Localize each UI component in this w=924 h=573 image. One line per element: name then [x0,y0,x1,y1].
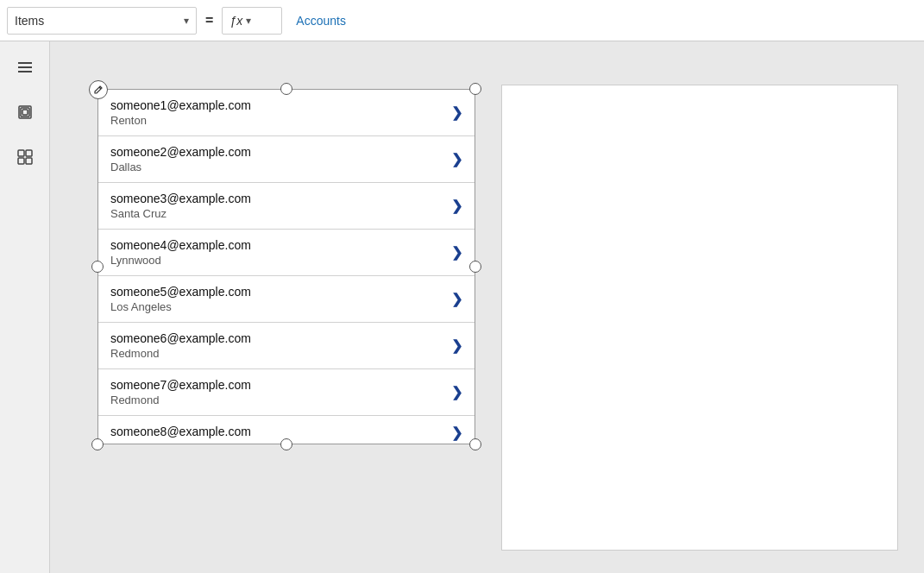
sidebar [0,41,50,573]
fx-label: ƒx [229,14,242,28]
svg-rect-8 [18,158,24,164]
list-item[interactable]: someone2@example.com Dallas ❯ [98,136,475,183]
list-item[interactable]: someone4@example.com Lynnwood ❯ [98,230,475,276]
grid-icon[interactable] [13,145,37,169]
list-widget: someone1@example.com Renton ❯ someone2@e… [97,89,475,444]
toolbar: Items ▾ = ƒx ▾ Accounts [0,0,924,41]
main-area: someone1@example.com Renton ❯ someone2@e… [0,41,924,573]
handle-bottom-right[interactable] [469,438,481,450]
svg-rect-6 [18,150,24,156]
canvas: someone1@example.com Renton ❯ someone2@e… [50,41,924,573]
list-item-city: Santa Cruz [110,207,444,220]
edit-icon[interactable] [89,80,108,99]
list-item-email: someone4@example.com [110,238,444,252]
list-item-email: someone5@example.com [110,285,444,299]
list-item-email: someone1@example.com [110,98,444,112]
list-item-city: Renton [110,114,444,127]
list-item-chevron-icon: ❯ [451,384,462,400]
svg-rect-7 [26,150,32,156]
list-item[interactable]: someone6@example.com Redmond ❯ [98,323,475,369]
list-item[interactable]: someone5@example.com Los Angeles ❯ [98,276,475,323]
menu-icon[interactable] [13,55,37,79]
list-item-email: someone8@example.com [110,425,444,438]
list-item[interactable]: someone1@example.com Renton ❯ [98,90,475,136]
formula-bar[interactable]: ƒx ▾ [222,7,282,35]
list-item[interactable]: someone3@example.com Santa Cruz ❯ [98,183,475,230]
equals-sign: = [200,13,218,28]
items-chevron-icon: ▾ [184,15,189,27]
list-item-city: Los Angeles [110,300,444,313]
list-item-email: someone6@example.com [110,331,444,345]
list-item-chevron-icon: ❯ [451,291,462,307]
list-item-chevron-icon: ❯ [451,198,462,214]
list-item-city: Redmond [110,394,444,406]
handle-top-center[interactable] [280,83,292,95]
handle-middle-right[interactable] [469,261,481,273]
handle-bottom-center[interactable] [280,438,292,450]
list-item-city: Lynnwood [110,254,444,267]
list-item[interactable]: someone7@example.com Redmond ❯ [98,369,475,416]
items-label: Items [15,14,177,28]
canvas-board [501,85,898,551]
accounts-link[interactable]: Accounts [286,14,356,28]
list-item-chevron-icon: ❯ [451,104,462,121]
list-item-email: someone7@example.com [110,378,444,392]
list-item-chevron-icon: ❯ [451,151,462,167]
list-item-chevron-icon: ❯ [451,425,462,441]
selection-handles: someone1@example.com Renton ❯ someone2@e… [97,89,475,444]
handle-middle-left[interactable] [91,261,104,273]
list-item-chevron-icon: ❯ [451,244,462,261]
items-dropdown[interactable]: Items ▾ [7,7,197,35]
fx-chevron-icon: ▾ [246,15,251,27]
svg-rect-9 [26,158,32,164]
svg-rect-5 [22,110,28,115]
list-item-city: Redmond [110,347,444,360]
handle-bottom-left[interactable] [91,438,104,450]
layers-icon[interactable] [13,100,37,124]
list-item-email: someone3@example.com [110,192,444,205]
list-widget-wrapper: someone1@example.com Renton ❯ someone2@e… [97,89,475,444]
list-item-email: someone2@example.com [110,145,444,159]
handle-top-right[interactable] [469,83,481,95]
list-item-city: Dallas [110,161,444,173]
list-item-chevron-icon: ❯ [451,337,462,354]
